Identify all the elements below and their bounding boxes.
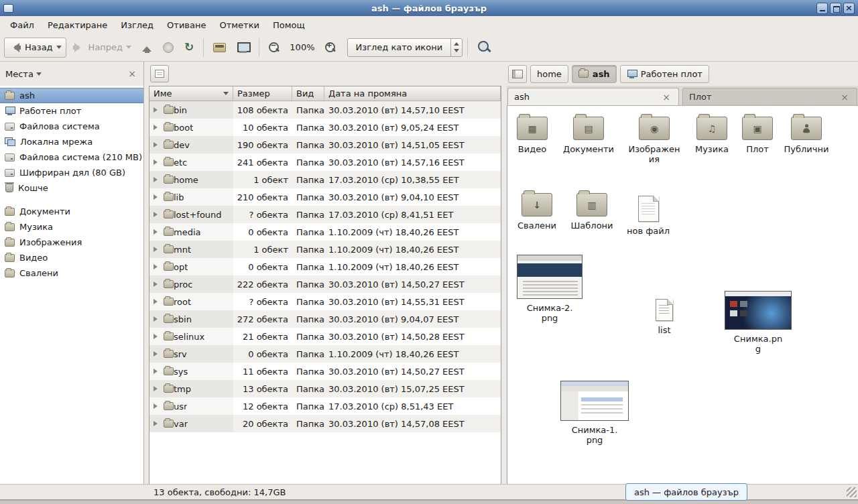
file-item-snimka-1[interactable]: Снимка-1.png	[560, 381, 629, 446]
expander-icon[interactable]	[154, 421, 160, 426]
menu-help[interactable]: Помощ	[266, 18, 312, 32]
expander-icon[interactable]	[154, 299, 160, 304]
sidebar-item-desktop[interactable]: Работен плот	[0, 103, 143, 119]
path-button-ash[interactable]: ash	[572, 65, 617, 83]
expander-icon[interactable]	[154, 194, 160, 200]
column-header-size[interactable]: Размер	[233, 86, 292, 101]
sidebar-item-pictures[interactable]: Изображения	[0, 235, 143, 250]
expander-icon[interactable]	[154, 125, 160, 130]
table-row[interactable]: dev190 обектаПапка30.03.2010 (вт) 14,51,…	[149, 136, 501, 153]
back-history-dropdown-icon[interactable]	[56, 46, 62, 52]
path-button-home[interactable]: home	[530, 65, 568, 83]
table-row[interactable]: boot10 обектаПапка30.03.2010 (вт) 9,05,2…	[149, 119, 501, 136]
expander-icon[interactable]	[154, 334, 160, 339]
expander-icon[interactable]	[154, 386, 160, 391]
minimize-button[interactable]	[816, 3, 828, 14]
menu-go[interactable]: Отиване	[160, 18, 212, 32]
icon-item-documents[interactable]: Документи	[560, 117, 617, 155]
table-row[interactable]: bin108 обектаПапка30.03.2010 (вт) 14,57,…	[149, 101, 501, 119]
table-row[interactable]: sbin272 обектаПапка30.03.2010 (вт) 9,04,…	[149, 310, 501, 328]
icon-item-templates[interactable]: Шаблони	[563, 193, 621, 231]
menu-file[interactable]: Файл	[3, 18, 41, 32]
sidebar-item-filesystem[interactable]: Файлова система	[0, 119, 143, 134]
sidebar-item-filesystem-210mb[interactable]: Файлова система (210 MB)	[0, 149, 143, 165]
sidebar-item-video[interactable]: Видео	[0, 250, 143, 265]
reload-button[interactable]	[180, 38, 198, 58]
titlebar[interactable]: ash — файлов браузър	[0, 0, 858, 16]
icon-item-downloads[interactable]: Свалени	[508, 193, 566, 231]
file-item-new-file[interactable]: нов файл	[619, 196, 677, 237]
back-button[interactable]: Назад	[4, 38, 66, 58]
sidebar-item-music[interactable]: Музика	[0, 219, 143, 235]
menu-view[interactable]: Изглед	[114, 18, 160, 32]
sidebar-item-documents[interactable]: Документи	[0, 204, 143, 219]
expander-icon[interactable]	[154, 229, 160, 235]
places-close-button[interactable]	[126, 68, 138, 79]
table-row[interactable]: usr12 обектаПапка17.03.2010 (ср) 8,51,43…	[149, 397, 501, 415]
table-row[interactable]: tmp13 обектаПапка30.03.2010 (вт) 15,07,2…	[149, 380, 501, 397]
tab-close-button[interactable]	[660, 92, 672, 103]
table-row[interactable]: var20 обектаПапка30.03.2010 (вт) 14,57,0…	[149, 415, 501, 432]
table-row[interactable]: opt0 обектаПапка1.10.2009 (чт) 18,40,26 …	[149, 258, 501, 275]
table-row[interactable]: sys11 обектаПапка30.03.2010 (вт) 14,50,2…	[149, 363, 501, 380]
location-bar-toggle-button[interactable]	[150, 65, 169, 82]
pathbar-root-button[interactable]	[508, 65, 527, 83]
column-header-type[interactable]: Вид	[292, 86, 324, 101]
icon-item-video[interactable]: Видео	[507, 117, 561, 155]
table-row[interactable]: media0 обектаПапка1.10.2009 (чт) 18,40,2…	[149, 223, 501, 241]
close-button[interactable]	[843, 3, 855, 14]
view-mode-select[interactable]: Изглед като икони	[347, 38, 463, 57]
taskbar-window-button[interactable]: ash — файлов браузър	[625, 483, 747, 501]
table-row[interactable]: home1 обектПапка17.03.2010 (ср) 10,38,55…	[149, 171, 501, 188]
expander-icon[interactable]	[154, 247, 160, 252]
file-item-snimka-2[interactable]: Снимка-2.png	[516, 255, 583, 324]
file-item-list[interactable]: list	[641, 299, 688, 336]
maximize-button[interactable]	[830, 3, 841, 14]
expander-icon[interactable]	[154, 142, 160, 147]
expander-icon[interactable]	[154, 369, 160, 374]
sidebar-item-encrypted-80gb[interactable]: Шифриран дял (80 GB)	[0, 165, 143, 180]
menu-bookmarks[interactable]: Отметки	[212, 18, 265, 32]
table-row[interactable]: lib210 обектаПапка30.03.2010 (вт) 9,04,1…	[149, 188, 501, 206]
sidebar-item-network[interactable]: Локална мрежа	[0, 134, 143, 149]
expander-icon[interactable]	[154, 160, 160, 165]
icon-view[interactable]: Видео Документи Изображения Музика Плот …	[507, 106, 858, 484]
stop-button[interactable]	[158, 38, 178, 58]
table-row[interactable]: etc241 обектаПапка30.03.2010 (вт) 14,57,…	[149, 153, 501, 171]
forward-history-dropdown-icon[interactable]	[126, 46, 131, 52]
icon-item-pictures[interactable]: Изображения	[625, 117, 683, 165]
resize-grip[interactable]	[847, 487, 857, 497]
table-row[interactable]: srv0 обектаПапка1.10.2009 (чт) 18,40,26 …	[149, 345, 501, 363]
up-button[interactable]	[137, 38, 157, 58]
zoom-in-button[interactable]	[320, 38, 341, 58]
column-header-date[interactable]: Дата на промяна	[324, 86, 501, 101]
table-row[interactable]: proc222 обектаПапка30.03.2010 (вт) 14,50…	[149, 275, 501, 293]
table-row[interactable]: lost+found? обектаПапка17.03.2010 (ср) 8…	[149, 206, 501, 223]
forward-button[interactable]: Напред	[68, 38, 136, 58]
view-mode-stepper[interactable]	[450, 39, 462, 56]
places-dropdown-icon[interactable]	[36, 72, 42, 78]
column-header-name[interactable]: Име	[149, 86, 233, 101]
table-row[interactable]: root? обектаПапка30.03.2010 (вт) 14,55,3…	[149, 293, 501, 310]
icon-item-public[interactable]: Публични	[778, 117, 835, 155]
places-title[interactable]: Места	[5, 69, 34, 79]
expander-icon[interactable]	[154, 107, 160, 113]
table-row[interactable]: mnt1 обектПапка1.10.2009 (чт) 18,40,26 E…	[149, 241, 501, 258]
expander-icon[interactable]	[154, 212, 160, 217]
zoom-out-button[interactable]	[264, 38, 284, 58]
computer-button[interactable]	[232, 38, 254, 58]
tab-close-button[interactable]	[839, 92, 851, 103]
expander-icon[interactable]	[154, 403, 160, 409]
expander-icon[interactable]	[154, 316, 160, 322]
table-row[interactable]: selinux21 обектаПапка30.03.2010 (вт) 14,…	[149, 328, 501, 345]
expander-icon[interactable]	[154, 264, 160, 269]
path-button-desktop[interactable]: Работен плот	[620, 65, 709, 83]
home-button[interactable]	[208, 38, 231, 58]
tab-plot[interactable]: Плот	[682, 88, 857, 105]
pane-splitter[interactable]	[144, 62, 149, 484]
sidebar-item-downloads[interactable]: Свалени	[0, 265, 143, 281]
tab-ash[interactable]: ash	[507, 88, 679, 105]
search-button[interactable]	[473, 36, 496, 58]
expander-icon[interactable]	[154, 177, 160, 182]
file-item-snimka[interactable]: Снимка.png	[723, 291, 793, 355]
